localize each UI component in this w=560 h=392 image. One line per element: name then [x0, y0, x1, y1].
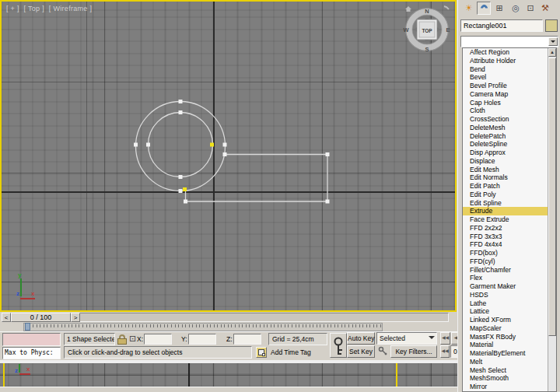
chevron-down-icon [429, 336, 435, 342]
modifier-list-dropdown[interactable] [460, 36, 558, 47]
set-key-filters-key-icon[interactable] [378, 346, 389, 357]
modifier-item[interactable]: MeshSmooth [463, 374, 548, 383]
y-coord-input[interactable] [188, 334, 216, 345]
modifier-item[interactable]: Affect Region [463, 48, 548, 57]
viewcube-rotate-arrow-icon[interactable] [444, 6, 449, 9]
modifier-item[interactable]: FFD 3x3x3 [463, 233, 548, 241]
add-time-tag[interactable]: Add Time Tag [271, 348, 311, 356]
time-slider-thumb[interactable]: 0 / 100 [11, 313, 71, 322]
modifier-item[interactable]: DeleteSpline [463, 140, 548, 149]
modifier-item[interactable]: Extrude [463, 207, 548, 215]
modifier-item[interactable]: MassFX RBody [463, 333, 548, 341]
trackbar-ruler[interactable] [23, 323, 383, 331]
modifier-item[interactable]: HSDS [463, 291, 548, 299]
modifier-combo-arrow-button[interactable] [548, 37, 558, 46]
x-coord-input[interactable] [144, 334, 172, 345]
set-key-button[interactable]: Set Key [347, 345, 375, 358]
spline-vertex [146, 143, 150, 147]
isolate-selection-toggle-icon[interactable] [256, 347, 267, 358]
modifier-item[interactable]: Camera Map [463, 90, 548, 99]
modifier-item[interactable]: Edit Patch [463, 182, 548, 191]
viewport-menu-shading[interactable]: [ Wireframe ] [49, 5, 92, 12]
next-frame-button[interactable]: > [71, 313, 80, 322]
track-bar[interactable] [0, 323, 457, 331]
modifier-item[interactable]: Edit Spline [463, 199, 548, 208]
current-frame-marker[interactable] [25, 323, 30, 331]
modifier-list-scrollbar[interactable]: ▲ [548, 48, 556, 391]
modifier-item[interactable]: MapScaler [463, 324, 548, 333]
viewcube-arrow-right[interactable] [437, 27, 440, 32]
modifier-item[interactable]: Mesh Select [463, 366, 548, 375]
modifier-item[interactable]: Edit Poly [463, 191, 548, 199]
modifier-item[interactable]: FFD 4x4x4 [463, 240, 548, 249]
scroll-up-arrow[interactable]: ▲ [548, 48, 556, 57]
modifier-item[interactable]: Linked XForm [463, 316, 548, 324]
tab-motion[interactable]: ◎ [509, 2, 523, 15]
modifier-item[interactable]: Displace [463, 157, 548, 166]
modifier-item[interactable]: DeletePatch [463, 132, 548, 141]
viewcube-home-icon[interactable] [405, 6, 411, 12]
key-filters-button[interactable]: Key Filters... [390, 345, 437, 358]
viewcube[interactable]: TOP N S W E [401, 3, 453, 54]
set-keys-key-button[interactable] [330, 333, 347, 358]
tab-display[interactable]: ⊡ [523, 2, 537, 15]
tab-create[interactable]: ☀ [462, 2, 476, 15]
maxscript-listener-field[interactable]: Max to Physc: [2, 347, 61, 359]
modifier-item[interactable]: Lathe [463, 299, 548, 308]
viewport-top[interactable]: [ + ] [ Top ] [ Wireframe ] TOP N S W E [0, 0, 457, 312]
auto-key-button[interactable]: Auto Key [347, 332, 375, 345]
modifier-item[interactable]: Bend [463, 65, 548, 74]
previous-frame-button[interactable]: < [2, 313, 11, 322]
modifier-item[interactable]: Edit Normals [463, 173, 548, 182]
trackbar-tick [296, 324, 296, 327]
viewcube-south-label[interactable]: S [425, 46, 429, 53]
tab-modify[interactable] [477, 2, 491, 15]
scrollbar-thumb[interactable] [548, 58, 556, 336]
tab-hierarchy[interactable]: ⊞ [492, 2, 506, 15]
previous-key-button[interactable]: ◀◀ [440, 345, 450, 358]
modifier-item[interactable]: Mirror [463, 383, 548, 391]
modifier-item[interactable]: Lattice [463, 307, 548, 316]
viewcube-west-label[interactable]: W [403, 26, 409, 33]
modifier-item[interactable]: Attribute Holder [463, 57, 548, 65]
viewport-menu-pov[interactable]: [ Top ] [24, 5, 44, 12]
modifier-item[interactable]: Bevel Profile [463, 82, 548, 90]
modifier-item[interactable]: Material [463, 341, 548, 349]
modifier-item[interactable]: CrossSection [463, 115, 548, 124]
modifier-item[interactable]: Garment Maker [463, 282, 548, 291]
modifier-item[interactable]: Bevel [463, 73, 548, 82]
modifier-item[interactable]: DeleteMesh [463, 124, 548, 132]
modifier-item[interactable]: Flex [463, 274, 548, 282]
modifier-item[interactable]: Cloth [463, 107, 548, 115]
trackbar-tick [89, 324, 90, 327]
modifier-item[interactable]: Melt [463, 358, 548, 366]
selection-lock-icon[interactable] [117, 334, 127, 345]
modifier-item[interactable]: Cap Holes [463, 99, 548, 107]
object-name-field[interactable]: Rectangle001 [460, 19, 543, 32]
viewport-front-sliver[interactable]: z x [0, 363, 462, 387]
modifier-item[interactable]: MaterialByElement [463, 349, 548, 358]
trackbar-tick [355, 324, 356, 327]
modifier-item[interactable]: FFD(box) [463, 249, 548, 257]
object-color-swatch[interactable] [545, 19, 558, 32]
modifier-item[interactable]: Disp Approx [463, 149, 548, 157]
lock-body [117, 338, 127, 345]
viewcube-east-label[interactable]: E [446, 26, 450, 33]
modifier-item[interactable]: FFD 2x2x2 [463, 224, 548, 233]
viewcube-north-label[interactable]: N [425, 8, 429, 15]
modifier-item[interactable]: FFD(cyl) [463, 257, 548, 266]
macro-recorder-field[interactable] [2, 333, 61, 346]
key-mode-dropdown[interactable]: Selected [376, 332, 437, 345]
modifier-item[interactable]: Edit Mesh [463, 166, 548, 174]
viewcube-arrow-up[interactable] [425, 16, 429, 19]
viewport-menu-general[interactable]: [ + ] [6, 5, 19, 12]
z-coord-input[interactable] [233, 334, 261, 345]
go-to-start-button[interactable]: ◀◀ [440, 332, 450, 345]
viewcube-arrow-down[interactable] [425, 40, 429, 43]
modifier-item[interactable]: Fillet/Chamfer [463, 266, 548, 275]
tab-utilities[interactable]: ⚒ [538, 2, 552, 15]
viewcube-arrow-left[interactable] [414, 27, 417, 32]
trackbar-tick [185, 324, 186, 327]
modifier-item[interactable]: Face Extrude [463, 215, 548, 224]
trackbar-tick [178, 324, 179, 327]
